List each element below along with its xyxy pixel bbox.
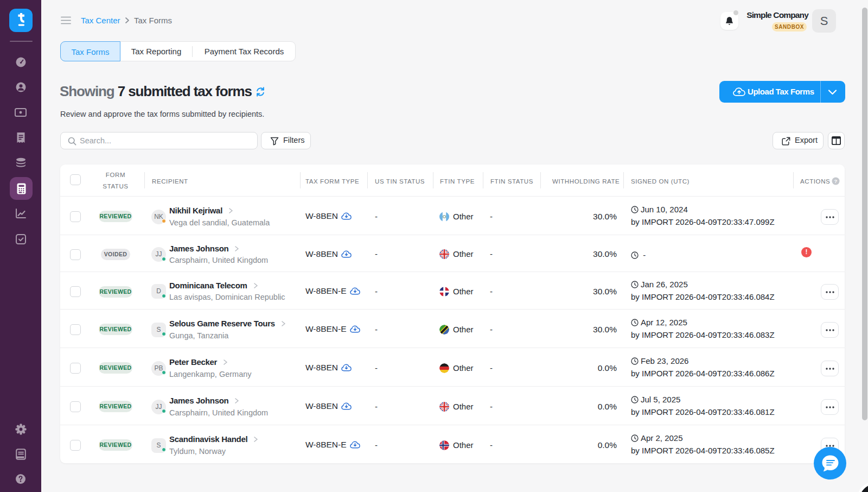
svg-text:?: ? <box>834 178 838 184</box>
